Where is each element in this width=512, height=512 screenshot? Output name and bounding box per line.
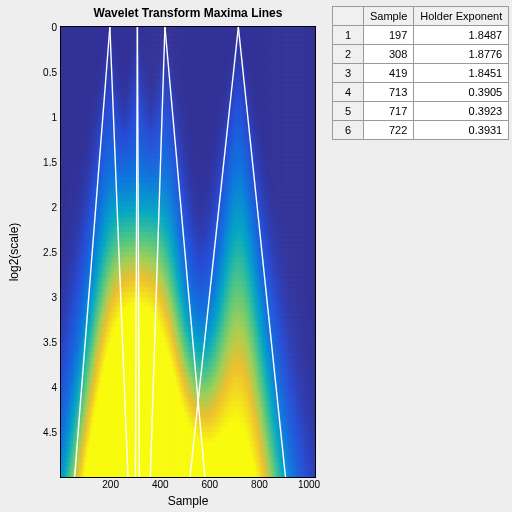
cell-sample: 722 xyxy=(364,121,414,140)
cell-holder: 1.8776 xyxy=(414,45,509,64)
svg-rect-5631 xyxy=(313,242,315,248)
svg-rect-7935 xyxy=(313,332,315,338)
svg-rect-3711 xyxy=(313,167,315,173)
svg-rect-3071 xyxy=(313,142,315,148)
svg-rect-6911 xyxy=(313,292,315,298)
svg-rect-6399 xyxy=(313,272,315,278)
svg-rect-1151 xyxy=(313,67,315,73)
y-tick: 4.5 xyxy=(27,427,57,438)
row-index: 2 xyxy=(333,45,364,64)
svg-rect-10111 xyxy=(313,417,315,423)
x-tick: 600 xyxy=(201,479,218,490)
svg-rect-1791 xyxy=(313,92,315,98)
cell-holder: 1.8487 xyxy=(414,26,509,45)
svg-rect-127 xyxy=(313,27,315,33)
table-row: 23081.8776 xyxy=(333,45,509,64)
svg-rect-9599 xyxy=(313,397,315,403)
svg-rect-2303 xyxy=(313,112,315,118)
svg-rect-9471 xyxy=(313,392,315,398)
row-index: 6 xyxy=(333,121,364,140)
cell-holder: 0.3931 xyxy=(414,121,509,140)
svg-rect-6527 xyxy=(313,277,315,283)
svg-rect-767 xyxy=(313,52,315,58)
svg-rect-6015 xyxy=(313,257,315,263)
cell-holder: 1.8451 xyxy=(414,64,509,83)
svg-rect-2431 xyxy=(313,117,315,123)
table-corner xyxy=(333,7,364,26)
col-sample: Sample xyxy=(364,7,414,26)
svg-rect-10879 xyxy=(313,447,315,453)
svg-rect-2559 xyxy=(313,122,315,128)
svg-rect-10495 xyxy=(313,432,315,438)
svg-rect-4351 xyxy=(313,192,315,198)
svg-rect-2175 xyxy=(313,107,315,113)
svg-rect-9983 xyxy=(313,412,315,418)
svg-rect-10367 xyxy=(313,427,315,433)
svg-rect-7423 xyxy=(313,312,315,318)
y-tick: 0 xyxy=(27,22,57,33)
svg-rect-5887 xyxy=(313,252,315,258)
row-index: 5 xyxy=(333,102,364,121)
svg-rect-7167 xyxy=(313,302,315,308)
svg-rect-10239 xyxy=(313,422,315,428)
svg-rect-11263 xyxy=(313,462,315,468)
cell-sample: 197 xyxy=(364,26,414,45)
row-index: 4 xyxy=(333,83,364,102)
col-holder: Holder Exponent xyxy=(414,7,509,26)
wavelet-heatmap: 00.511.522.533.544.52004006008001000 xyxy=(60,26,316,478)
svg-rect-10623 xyxy=(313,437,315,443)
svg-rect-3327 xyxy=(313,152,315,158)
svg-rect-8703 xyxy=(313,362,315,368)
svg-rect-7679 xyxy=(313,322,315,328)
svg-rect-9215 xyxy=(313,382,315,388)
svg-rect-3455 xyxy=(313,157,315,163)
svg-rect-5503 xyxy=(313,237,315,243)
svg-rect-255 xyxy=(313,32,315,38)
y-axis-label: log2(scale) xyxy=(4,26,24,478)
figure: Wavelet Transform Maxima Lines log2(scal… xyxy=(0,0,512,512)
cell-sample: 717 xyxy=(364,102,414,121)
svg-rect-2047 xyxy=(313,102,315,108)
svg-rect-9727 xyxy=(313,402,315,408)
table-row: 57170.3923 xyxy=(333,102,509,121)
svg-rect-5375 xyxy=(313,232,315,238)
svg-rect-3199 xyxy=(313,147,315,153)
svg-rect-5759 xyxy=(313,247,315,253)
svg-rect-11391 xyxy=(313,467,315,473)
svg-rect-9855 xyxy=(313,407,315,413)
y-tick: 0.5 xyxy=(27,67,57,78)
y-tick: 3 xyxy=(27,292,57,303)
svg-rect-8831 xyxy=(313,367,315,373)
cell-sample: 713 xyxy=(364,83,414,102)
svg-rect-6143 xyxy=(313,262,315,268)
y-tick: 2 xyxy=(27,202,57,213)
table-row: 11971.8487 xyxy=(333,26,509,45)
plot-title: Wavelet Transform Maxima Lines xyxy=(60,6,316,20)
svg-rect-6783 xyxy=(313,287,315,293)
svg-rect-7295 xyxy=(313,307,315,313)
y-tick: 3.5 xyxy=(27,337,57,348)
svg-rect-4223 xyxy=(313,187,315,193)
svg-rect-8191 xyxy=(313,342,315,348)
svg-rect-3839 xyxy=(313,172,315,178)
svg-rect-9343 xyxy=(313,387,315,393)
x-tick: 400 xyxy=(152,479,169,490)
svg-rect-7039 xyxy=(313,297,315,303)
svg-rect-3583 xyxy=(313,162,315,168)
svg-rect-8319 xyxy=(313,347,315,353)
svg-rect-5247 xyxy=(313,227,315,233)
y-tick: 2.5 xyxy=(27,247,57,258)
svg-rect-1279 xyxy=(313,72,315,78)
svg-rect-11519 xyxy=(313,472,315,477)
y-tick: 4 xyxy=(27,382,57,393)
svg-rect-7807 xyxy=(313,327,315,333)
svg-rect-4735 xyxy=(313,207,315,213)
svg-rect-6271 xyxy=(313,267,315,273)
svg-rect-1663 xyxy=(313,87,315,93)
svg-rect-10751 xyxy=(313,442,315,448)
svg-rect-2687 xyxy=(313,127,315,133)
svg-rect-1919 xyxy=(313,97,315,103)
svg-rect-2943 xyxy=(313,137,315,143)
cell-sample: 419 xyxy=(364,64,414,83)
x-axis-label: Sample xyxy=(60,494,316,508)
